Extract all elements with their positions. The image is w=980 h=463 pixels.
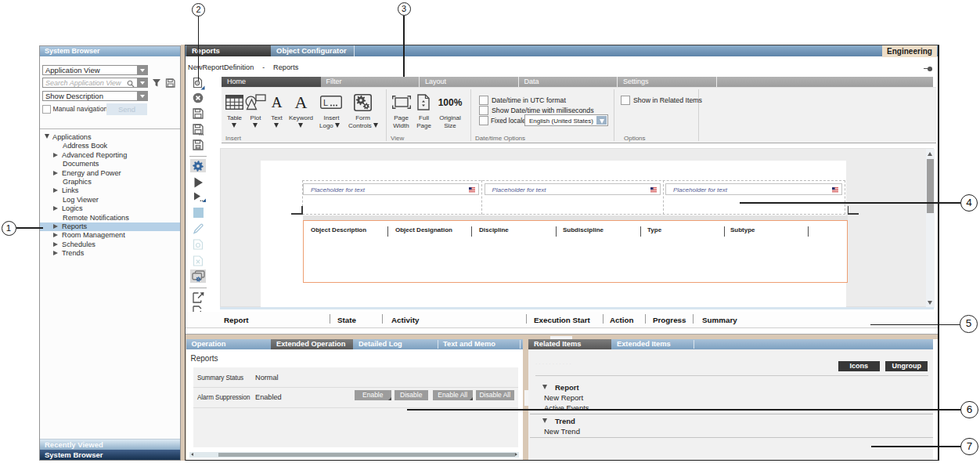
svg-text:L: L bbox=[323, 98, 328, 107]
